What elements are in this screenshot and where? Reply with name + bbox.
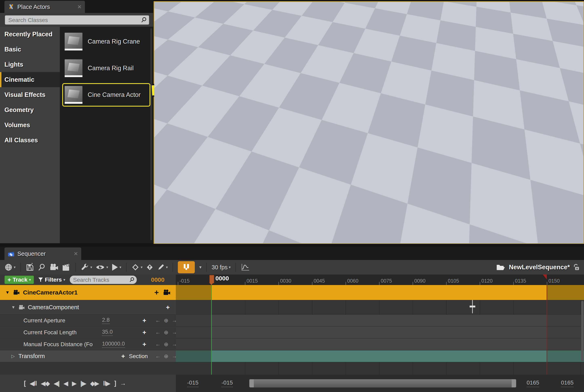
rotation-snap-toggle[interactable] xyxy=(484,5,495,15)
save-sequence-button[interactable]: * xyxy=(26,263,34,272)
view-range-start-field[interactable]: -015 xyxy=(221,380,233,387)
expander-icon[interactable]: ▼ xyxy=(11,305,15,310)
jump-to-end-button[interactable]: ] xyxy=(114,380,116,387)
playback-end-marker[interactable] xyxy=(543,274,547,279)
expander-icon[interactable]: ▷ xyxy=(11,354,15,359)
tab-sequencer[interactable]: Sequencer ✕ xyxy=(5,248,81,260)
track-row-current-aperture[interactable]: Current Aperture 2.8 + ←⊕→ xyxy=(0,315,176,326)
pin-preview-icon[interactable] xyxy=(436,204,442,212)
grid-snap-value-dropdown[interactable]: 10▾ xyxy=(465,5,480,15)
add-key-icon[interactable]: + xyxy=(142,328,146,336)
edit-mode-dropdown[interactable]: ▾ xyxy=(157,264,168,271)
step-forward-frames-button[interactable]: ‖▶ xyxy=(103,380,110,387)
camera-cut-icon[interactable] xyxy=(162,289,171,296)
scale-tool-button[interactable] xyxy=(407,5,419,15)
search-tracks-input[interactable] xyxy=(73,276,128,284)
tab-place-actors[interactable]: Place Actors ✕ xyxy=(5,1,85,13)
key-navigation[interactable]: ←⊕→ xyxy=(155,329,177,336)
close-icon[interactable]: ✕ xyxy=(77,4,82,10)
current-time-display[interactable]: 0000 xyxy=(151,276,164,283)
find-in-content-browser-button[interactable] xyxy=(37,263,46,272)
add-section-icon[interactable]: + xyxy=(121,352,125,360)
world-dropdown[interactable]: ▾ xyxy=(5,263,16,271)
working-range-end-field[interactable]: 0165 xyxy=(561,380,573,387)
view-options-dropdown[interactable]: ▾ xyxy=(95,264,108,271)
sidebar-item-basic[interactable]: Basic xyxy=(0,42,60,57)
actor-item-cine-camera-actor[interactable]: Cine Camera Actor xyxy=(62,83,150,106)
timeline-vertical-scrollbar[interactable] xyxy=(581,301,583,361)
world-local-toggle[interactable] xyxy=(422,4,435,15)
rotate-tool-button[interactable] xyxy=(395,5,407,15)
track-row-manual-focus-distance[interactable]: Manual Focus Distance (Fo 100000.0 + ←⊕→ xyxy=(0,338,176,350)
add-property-icon[interactable]: + xyxy=(166,304,170,311)
step-forward-frame-button[interactable]: |▶ xyxy=(80,380,86,387)
step-back-frames-button[interactable]: ◀‖ xyxy=(30,380,37,387)
keyframe-options-dropdown[interactable]: ▾ xyxy=(131,263,142,271)
perspective-button[interactable]: Perspective xyxy=(169,4,219,15)
focal-length-track-lane[interactable] xyxy=(176,326,584,338)
translate-tool-button[interactable] xyxy=(383,5,395,15)
sidebar-item-lights[interactable]: Lights xyxy=(0,57,60,72)
actions-dropdown[interactable]: ▾ xyxy=(81,263,92,272)
sidebar-item-visual-effects[interactable]: Visual Effects xyxy=(0,87,60,102)
search-tracks-field[interactable] xyxy=(70,276,137,284)
snap-options-dropdown[interactable]: ▾ xyxy=(199,265,201,270)
item-list-scrollbar[interactable] xyxy=(150,28,152,240)
scale-snap-value-dropdown[interactable]: 0.25▾ xyxy=(528,5,548,15)
search-classes-input[interactable] xyxy=(8,16,127,25)
level-viewport[interactable]: CineCameraActor1 FilmbackPreset: 16:9 Di… xyxy=(154,1,584,244)
key-navigation[interactable]: ←⊕→ xyxy=(155,353,177,360)
camera-speed-group[interactable]: 4▾ xyxy=(551,4,572,15)
transform-track-bar[interactable] xyxy=(176,350,584,362)
play-reverse-button[interactable]: ◀ xyxy=(64,380,68,387)
track-row-current-focal-length[interactable]: Current Focal Length 35.0 + ←⊕→ xyxy=(0,326,176,338)
fps-dropdown[interactable]: 30 fps▾ xyxy=(212,264,230,271)
key-navigation[interactable]: ←⊕→ xyxy=(155,317,177,324)
track-row-cameracomponent[interactable]: ▼ CameraComponent + xyxy=(0,300,176,314)
view-range-end-field[interactable]: 0165 xyxy=(527,380,539,387)
next-key-button[interactable]: ◆▶ xyxy=(90,380,99,387)
snap-toggle-button[interactable] xyxy=(178,261,195,273)
camera-track-bar[interactable] xyxy=(176,285,584,300)
sequence-name[interactable]: NewLevelSequence* xyxy=(509,264,570,271)
track-row-cinecameraactor[interactable]: ▼ CineCameraActor1 + xyxy=(0,285,176,300)
maximize-viewport-icon[interactable] xyxy=(575,6,582,13)
playback-options-dropdown[interactable]: ▾ xyxy=(111,264,121,271)
property-value[interactable]: 35.0 xyxy=(102,329,113,336)
property-value[interactable]: 2.8 xyxy=(102,317,110,324)
cine-camera-actor-selected[interactable] xyxy=(338,135,407,208)
filters-button[interactable]: Filters▾ xyxy=(38,276,65,283)
play-forward-button[interactable]: ▶ xyxy=(72,380,76,387)
previous-key-button[interactable]: ◀◆ xyxy=(41,380,50,387)
component-track-lane[interactable] xyxy=(176,300,584,314)
sidebar-item-geometry[interactable]: Geometry xyxy=(0,102,60,118)
timeline-horizontal-scrollbar[interactable] xyxy=(249,379,516,388)
render-movie-button[interactable] xyxy=(62,263,71,272)
add-key-icon[interactable]: + xyxy=(142,317,146,324)
snap-axes-dropdown[interactable]: ▾ xyxy=(439,5,453,15)
create-camera-button[interactable] xyxy=(49,263,58,271)
track-row-transform[interactable]: ▷ Transform + Section ←⊕→ xyxy=(0,350,176,362)
grid-snap-toggle[interactable] xyxy=(453,5,465,15)
add-key-icon[interactable]: + xyxy=(142,340,146,348)
viewport-options-dropdown[interactable]: ▼ xyxy=(157,4,167,15)
help-icon[interactable]: ? xyxy=(162,230,170,238)
scale-snap-toggle[interactable] xyxy=(517,5,528,15)
timeline-ruler[interactable]: -015001500300045006000750090010501200135… xyxy=(176,274,584,285)
aperture-track-lane[interactable] xyxy=(176,315,584,326)
sidebar-item-all-classes[interactable]: All Classes xyxy=(0,132,60,148)
working-range-start-field[interactable]: -015 xyxy=(187,380,198,387)
step-back-frame-button[interactable]: ◀| xyxy=(54,380,59,387)
show-flags-button[interactable]: Show xyxy=(248,4,271,15)
camera-speed-dropdown[interactable]: 4▾ xyxy=(552,5,572,15)
player-start-actor[interactable] xyxy=(403,53,433,91)
empty-track-lane[interactable] xyxy=(176,362,584,375)
lit-mode-button[interactable]: Lit xyxy=(222,4,245,15)
jump-to-start-button[interactable]: [ xyxy=(24,380,26,387)
curve-editor-button[interactable] xyxy=(241,263,250,272)
add-section-icon[interactable]: + xyxy=(154,288,159,297)
actor-item-camera-rig-crane[interactable]: Camera Rig Crane xyxy=(62,30,150,53)
timeline-track-area[interactable] xyxy=(176,285,584,375)
actor-item-camera-rig-rail[interactable]: Camera Rig Rail xyxy=(62,56,150,80)
rotation-snap-value-dropdown[interactable]: 10°▾ xyxy=(495,5,513,15)
